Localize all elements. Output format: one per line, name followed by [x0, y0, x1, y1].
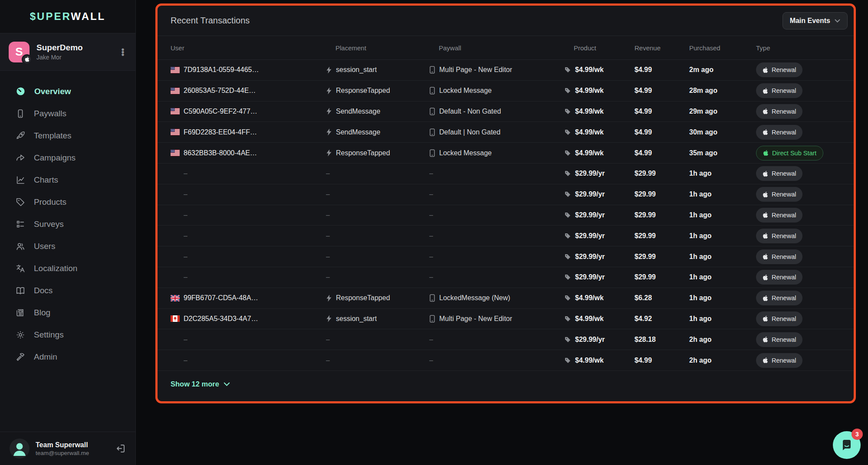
table-row[interactable]: – – – $4.99/wk $4.99 2h ago Renewal	[158, 350, 854, 371]
apple-icon	[763, 88, 768, 94]
lightning-icon	[326, 108, 332, 115]
transaction-type-badge: Renewal	[756, 104, 802, 119]
apple-icon	[763, 191, 768, 198]
sidebar-item-settings[interactable]: Settings	[0, 324, 135, 346]
sidebar-item-admin[interactable]: Admin	[0, 346, 135, 368]
show-more-button[interactable]: Show 12 more	[158, 371, 854, 398]
transaction-type-badge: Renewal	[756, 270, 802, 285]
placement-name: session_start	[336, 315, 377, 323]
paywall-name: –	[429, 211, 433, 219]
paywall-name: –	[429, 336, 433, 344]
paywall-name: Locked Message	[439, 87, 492, 95]
paywall-name: Default | Non Gated	[439, 128, 500, 136]
placement-name: SendMessage	[336, 108, 380, 115]
paywall-phone-icon	[429, 87, 435, 95]
flag-us-icon	[171, 357, 180, 363]
table-row[interactable]: – – – $29.99/yr $29.99 1h ago Renewal	[158, 205, 854, 226]
sidebar-item-products[interactable]: Products	[0, 191, 135, 213]
chat-notification-badge: 3	[852, 429, 863, 440]
apple-icon	[763, 274, 768, 281]
sidebar-item-templates[interactable]: Templates	[0, 124, 135, 147]
sidebar-item-campaigns[interactable]: Campaigns	[0, 147, 135, 169]
purchased-time: 1h ago	[689, 294, 756, 302]
flag-gb-icon	[171, 295, 180, 301]
table-row[interactable]: 8632BB3B-8000-4AE… ResponseTapped Locked…	[158, 143, 854, 164]
product-price: $4.99/wk	[575, 149, 604, 157]
campaign-arrow-icon	[16, 153, 25, 163]
chat-launcher-button[interactable]: 3	[833, 431, 861, 459]
column-header-type: Type	[756, 44, 841, 52]
sidebar-item-users[interactable]: Users	[0, 235, 135, 257]
lightning-icon	[326, 315, 332, 322]
product-price: $4.99/wk	[575, 357, 604, 364]
logo-accent-text: $UPER	[30, 10, 71, 22]
rocket-icon	[16, 131, 25, 141]
table-row[interactable]: 260853A5-752D-44E… ResponseTapped Locked…	[158, 81, 854, 102]
table-row[interactable]: 99FB6707-CD5A-48A… ResponseTapped Locked…	[158, 288, 854, 309]
product-price: $4.99/wk	[575, 294, 604, 302]
placement-name: –	[326, 211, 330, 219]
paywall-name: –	[429, 357, 433, 364]
product-tag-icon	[564, 295, 571, 301]
product-tag-icon	[564, 253, 571, 260]
user-id: –	[184, 170, 187, 177]
table-row[interactable]: 7D9138A1-0559-4465… session_start Multi …	[158, 60, 854, 81]
flag-ca-icon	[171, 336, 180, 343]
purchased-time: 35m ago	[689, 149, 756, 157]
sidebar-item-paywalls[interactable]: Paywalls	[0, 102, 135, 124]
newspaper-icon	[16, 308, 25, 318]
chat-bubble-icon	[839, 438, 854, 452]
revenue-value: $29.99	[635, 232, 689, 240]
transaction-type-badge: Renewal	[756, 166, 802, 181]
sidebar-item-localization[interactable]: Localization	[0, 257, 135, 279]
table-row[interactable]: F69D2283-EE04-4FF… SendMessage Default |…	[158, 122, 854, 143]
apple-icon	[763, 253, 768, 260]
table-row[interactable]: D2C285A5-34D3-4A7… session_start Multi P…	[158, 309, 854, 330]
paywall-name: –	[429, 190, 433, 198]
table-row[interactable]: – – – $29.99/yr $29.99 1h ago Renewal	[158, 164, 854, 184]
product-price: $4.99/wk	[575, 87, 604, 95]
account-email: team@superwall.me	[36, 450, 109, 456]
transaction-type-badge: Renewal	[756, 125, 802, 140]
sidebar-item-docs[interactable]: Docs	[0, 279, 135, 301]
tag-icon	[16, 197, 25, 207]
main-events-dropdown[interactable]: Main Events	[783, 12, 848, 29]
product-price: $29.99/yr	[575, 336, 605, 344]
flag-us-icon	[171, 253, 180, 260]
product-price: $4.99/wk	[575, 315, 604, 323]
product-price: $29.99/yr	[575, 253, 605, 261]
workspace-switcher[interactable]: S SuperDemo Jake Mor •••	[0, 33, 135, 71]
sidebar-item-charts[interactable]: Charts	[0, 169, 135, 191]
revenue-value: $4.92	[635, 315, 689, 323]
apple-icon	[763, 67, 768, 73]
flag-us-icon	[171, 88, 180, 94]
product-tag-icon	[564, 357, 571, 364]
table-row[interactable]: – – – $29.99/yr $29.99 1h ago Renewal	[158, 184, 854, 205]
placement-name: –	[326, 253, 330, 261]
sidebar-item-surveys[interactable]: Surveys	[0, 213, 135, 235]
user-id: 8632BB3B-8000-4AE…	[184, 149, 257, 157]
paywall-name: –	[429, 253, 433, 261]
lightning-icon	[326, 66, 332, 74]
sidebar-item-blog[interactable]: Blog	[0, 301, 135, 324]
logout-icon[interactable]	[115, 443, 126, 454]
table-row[interactable]: – – – $29.99/yr $29.99 1h ago Renewal	[158, 246, 854, 267]
flag-ca-icon	[171, 315, 180, 322]
table-row[interactable]: – – – $29.99/yr $28.18 2h ago Renewal	[158, 329, 854, 350]
table-row[interactable]: C590A05C-9EF2-477… SendMessage Default -…	[158, 102, 854, 122]
account-section[interactable]: Team Superwall team@superwall.me	[0, 432, 135, 465]
app-window: $UPERWALL S SuperDemo Jake Mor ••• Overv…	[0, 0, 868, 465]
panel-title: Recent Transactions	[171, 16, 250, 26]
table-row[interactable]: – – – $29.99/yr $29.99 1h ago Renewal	[158, 267, 854, 288]
workspace-menu-icon[interactable]: •••	[119, 48, 127, 56]
table-header-row: User Placement Paywall Product Revenue P…	[158, 36, 854, 60]
revenue-value: $28.18	[635, 336, 689, 344]
paywall-phone-icon	[429, 149, 435, 157]
workspace-owner: Jake Mor	[36, 54, 112, 61]
sidebar-item-overview[interactable]: Overview	[0, 80, 135, 102]
flag-us-icon	[171, 212, 180, 218]
user-id: –	[184, 211, 187, 219]
main-content: Recent Transactions Main Events User Pla…	[136, 0, 868, 465]
table-row[interactable]: – – – $29.99/yr $29.99 1h ago Renewal	[158, 226, 854, 246]
apple-icon	[763, 336, 768, 343]
